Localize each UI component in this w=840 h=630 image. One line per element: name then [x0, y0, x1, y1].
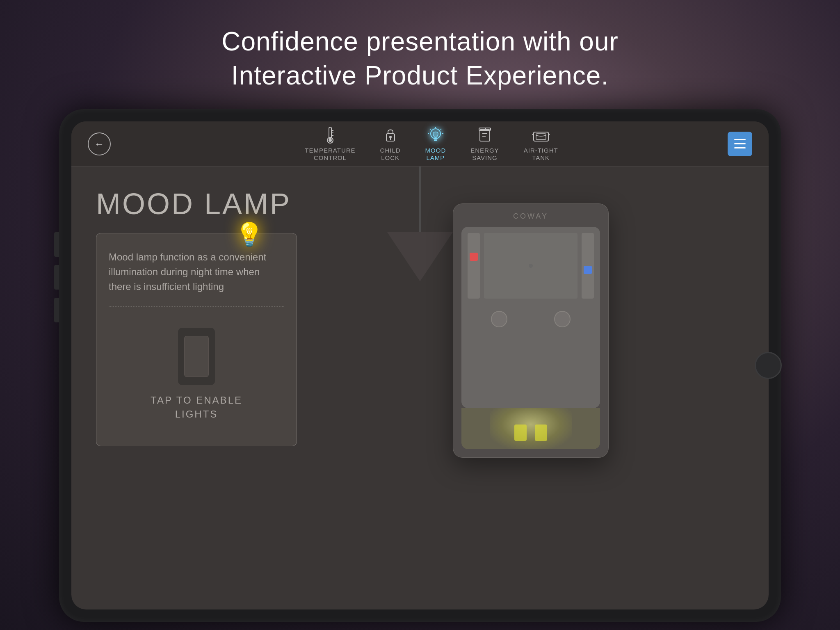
temperature-icon: [321, 126, 339, 144]
device-panel-bottom: [468, 303, 594, 336]
svg-line-13: [430, 129, 431, 130]
child-lock-label: CHILDLOCK: [380, 147, 401, 162]
nav-item-energy-saving[interactable]: ENERGYSAVING: [470, 126, 499, 162]
svg-point-2: [329, 139, 332, 142]
device-center-panel: [484, 233, 578, 299]
nav-items-container: TEMPERATURECONTROL CHILDLOCK: [135, 126, 728, 162]
right-panel: COWAY: [317, 187, 744, 458]
device-knob-left[interactable]: [491, 311, 507, 327]
feature-title: MOOD LAMP: [96, 187, 317, 221]
nav-item-mood-lamp[interactable]: MOODLAMP: [425, 126, 446, 162]
headline: Confidence presentation with our Interac…: [221, 25, 619, 93]
device-brand: COWAY: [513, 212, 548, 221]
svg-rect-17: [480, 130, 490, 141]
left-panel: MOOD LAMP 💡 Mood lamp function as a conv…: [96, 187, 317, 446]
air-tight-label: AIR-TIGHTTANK: [524, 147, 558, 162]
air-tight-icon: [532, 126, 550, 144]
svg-point-7: [389, 136, 392, 138]
child-lock-icon: [381, 126, 399, 144]
ipad-screen: ← TEMPERATURECONTRO: [71, 121, 769, 609]
main-content: MOOD LAMP 💡 Mood lamp function as a conv…: [71, 167, 769, 609]
svg-line-14: [441, 129, 441, 130]
mood-lamp-label: MOODLAMP: [425, 147, 446, 162]
device-knob-right[interactable]: [554, 311, 571, 327]
device-light-output: [461, 408, 600, 449]
lamp-decoration: [387, 167, 453, 281]
svg-rect-0: [329, 127, 331, 139]
product-device: COWAY: [453, 203, 609, 458]
back-arrow-icon: ←: [94, 138, 104, 150]
nav-bar: ← TEMPERATURECONTRO: [71, 121, 769, 167]
nav-item-temperature[interactable]: TEMPERATURECONTROL: [305, 126, 355, 162]
light-connectors: [514, 425, 547, 441]
device-dot-1: [529, 264, 533, 268]
device-body: [461, 227, 600, 408]
nav-item-air-tight[interactable]: AIR-TIGHTTANK: [524, 126, 558, 162]
lamp-shade: [387, 232, 453, 281]
device-slider-left: [468, 233, 480, 299]
menu-line-2: [734, 143, 746, 144]
bulb-icon: 💡: [235, 221, 264, 248]
mood-lamp-icon: [427, 126, 445, 144]
headline-line2: Interactive Product Experience.: [231, 61, 609, 90]
dotted-separator: [109, 306, 284, 307]
headline-line1: Confidence presentation with our: [221, 27, 619, 56]
nav-item-child-lock[interactable]: CHILDLOCK: [380, 126, 401, 162]
menu-line-3: [734, 147, 746, 148]
connector-left: [514, 425, 527, 441]
energy-saving-label: ENERGYSAVING: [470, 147, 499, 162]
light-switch[interactable]: [178, 328, 215, 385]
energy-saving-icon: [476, 126, 494, 144]
connector-right: [535, 425, 547, 441]
lamp-cord: [419, 167, 421, 232]
feature-card[interactable]: 💡 Mood lamp function as a convenient ill…: [96, 233, 297, 446]
svg-rect-23: [536, 134, 546, 139]
ipad-frame: ← TEMPERATURECONTRO: [59, 109, 781, 622]
temperature-label: TEMPERATURECONTROL: [305, 147, 355, 162]
back-button[interactable]: ←: [88, 132, 111, 155]
feature-description: Mood lamp function as a convenient illum…: [109, 250, 284, 294]
menu-line-1: [734, 139, 746, 140]
device-slider-right: [582, 233, 594, 299]
switch-paddle: [184, 336, 209, 377]
menu-button[interactable]: [728, 132, 752, 156]
tap-to-enable-label: TAP TO ENABLELIGHTS: [151, 393, 242, 421]
device-panel-top: [468, 233, 594, 299]
